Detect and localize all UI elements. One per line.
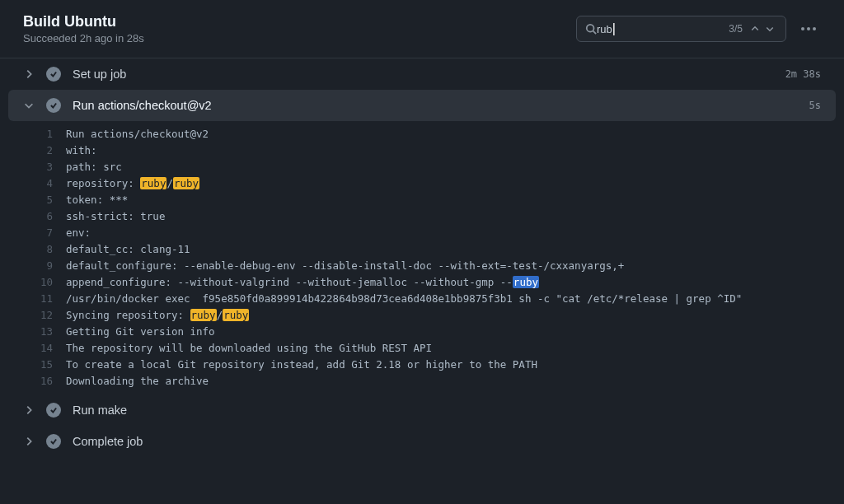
svg-line-1 (593, 31, 597, 35)
log-line: 14The repository will be downloaded usin… (8, 340, 836, 357)
chevron-up-icon (750, 24, 760, 34)
search-highlight: ruby (173, 177, 199, 189)
line-content: path: src (66, 159, 836, 175)
dot-icon (801, 27, 804, 30)
log-line: 12Syncing repository: ruby/ruby (8, 307, 836, 324)
log-line: 5token: *** (8, 192, 836, 208)
step-chevron-icon (23, 68, 35, 80)
search-icon (585, 23, 597, 35)
line-number: 13 (8, 324, 66, 340)
step-row[interactable]: Run make (0, 394, 844, 426)
line-content: repository: ruby/ruby (66, 175, 836, 192)
line-content: env: (66, 225, 836, 241)
line-content: The repository will be downloaded using … (66, 340, 836, 357)
search-caret: | (612, 21, 616, 36)
log-line: 8default_cc: clang-11 (8, 241, 836, 258)
line-number: 5 (8, 192, 66, 208)
more-menu-button[interactable] (796, 22, 821, 35)
line-number: 6 (8, 208, 66, 225)
log-line: 4repository: ruby/ruby (8, 175, 836, 192)
line-content: Downloading the archive (66, 373, 836, 390)
step-chevron-icon (23, 404, 35, 416)
step-label: Complete job (73, 435, 809, 448)
header: Build Ubuntu Succeeded 2h ago in 28s rub… (0, 0, 844, 58)
line-content: Run actions/checkout@v2 (66, 126, 836, 142)
log-line: 10append_configure: --without-valgrind -… (8, 274, 836, 291)
steps-list: Set up job2m 38s Run actions/checkout@v2… (0, 58, 844, 457)
log-line: 13Getting Git version info (8, 324, 836, 340)
line-number: 10 (8, 274, 66, 291)
line-content: token: *** (66, 192, 836, 208)
log-line: 16Downloading the archive (8, 373, 836, 390)
log-output: 1Run actions/checkout@v22with:3path: src… (8, 121, 836, 394)
line-content: Syncing repository: ruby/ruby (66, 307, 836, 324)
step-duration: 5s (809, 100, 821, 111)
line-number: 3 (8, 159, 66, 175)
line-number: 8 (8, 241, 66, 258)
line-number: 4 (8, 175, 66, 192)
svg-point-0 (587, 25, 594, 32)
log-line: 9default_configure: --enable-debug-env -… (8, 258, 836, 274)
log-line: 7env: (8, 225, 836, 241)
step-chevron-icon (23, 436, 35, 447)
log-line: 3path: src (8, 159, 836, 175)
search-nav (748, 21, 777, 36)
step-row[interactable]: Run actions/checkout@v25s (8, 90, 836, 121)
line-number: 2 (8, 142, 66, 159)
search-box[interactable]: rub| 3/5 (576, 16, 786, 42)
step-label: Set up job (73, 68, 774, 81)
line-number: 12 (8, 307, 66, 324)
search-value: rub (597, 23, 612, 35)
log-line: 2with: (8, 142, 836, 159)
line-content: default_configure: --enable-debug-env --… (66, 258, 836, 274)
line-number: 14 (8, 340, 66, 357)
search-highlight: ruby (223, 309, 249, 321)
line-content: Getting Git version info (66, 324, 836, 340)
log-line: 6ssh-strict: true (8, 208, 836, 225)
search-next-button[interactable] (762, 21, 777, 36)
search-highlight: ruby (513, 276, 539, 288)
line-content: default_cc: clang-11 (66, 241, 836, 258)
line-number: 1 (8, 126, 66, 142)
search-highlight: ruby (140, 177, 166, 189)
line-number: 15 (8, 357, 66, 373)
step-duration: 2m 38s (785, 68, 821, 80)
success-icon (46, 67, 61, 82)
line-number: 16 (8, 373, 66, 390)
dot-icon (813, 27, 816, 30)
step-label: Run make (73, 404, 809, 417)
search-highlight: ruby (190, 309, 217, 321)
log-line: 15To create a local Git repository inste… (8, 357, 836, 373)
chevron-down-icon (765, 24, 775, 34)
line-content: ssh-strict: true (66, 208, 836, 225)
line-content: append_configure: --without-valgrind --w… (66, 274, 836, 291)
header-right: rub| 3/5 (576, 16, 821, 42)
search-count: 3/5 (729, 23, 743, 35)
step-row[interactable]: Set up job2m 38s (0, 58, 844, 90)
log-line: 11/usr/bin/docker exec f95e850fd0a899914… (8, 291, 836, 307)
step-label: Run actions/checkout@v2 (73, 99, 798, 112)
success-icon (46, 98, 61, 113)
title-block: Build Ubuntu Succeeded 2h ago in 28s (23, 13, 144, 44)
line-content: with: (66, 142, 836, 159)
search-prev-button[interactable] (748, 21, 762, 36)
step-chevron-icon (23, 100, 35, 111)
line-number: 9 (8, 258, 66, 274)
step-row[interactable]: Complete job (0, 426, 844, 457)
dot-icon (807, 27, 810, 30)
line-content: /usr/bin/docker exec f95e850fd0a899914b4… (66, 291, 836, 307)
page-subtitle: Succeeded 2h ago in 28s (23, 32, 144, 44)
page-title: Build Ubuntu (23, 13, 144, 30)
success-icon (46, 403, 61, 418)
line-number: 7 (8, 225, 66, 241)
line-number: 11 (8, 291, 66, 307)
log-line: 1Run actions/checkout@v2 (8, 126, 836, 142)
success-icon (46, 434, 61, 449)
line-content: To create a local Git repository instead… (66, 357, 836, 373)
